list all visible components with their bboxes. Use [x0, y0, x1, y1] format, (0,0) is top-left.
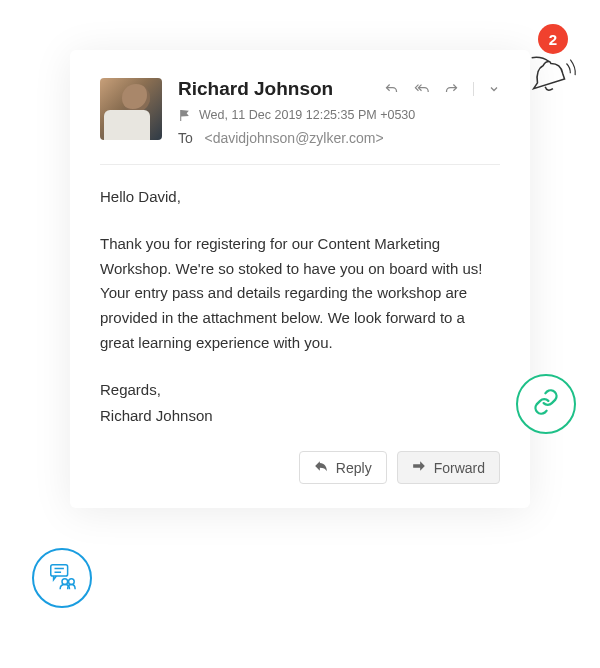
- reply-icon[interactable]: [384, 82, 399, 97]
- chat-action[interactable]: [32, 548, 92, 608]
- notification-count: 2: [549, 31, 557, 48]
- header-divider: [100, 164, 500, 165]
- recipient-address: <davidjohnson@zylker.com>: [204, 130, 383, 146]
- email-body: Hello David, Thank you for registering f…: [100, 185, 500, 429]
- chat-people-icon: [47, 561, 77, 595]
- svg-point-1: [62, 579, 68, 585]
- email-card: Richard Johnson: [70, 50, 530, 508]
- bell-icon[interactable]: [522, 50, 580, 108]
- reply-all-icon[interactable]: [413, 82, 430, 97]
- email-header: Richard Johnson: [100, 78, 500, 146]
- forward-icon[interactable]: [444, 82, 459, 97]
- notification-badge[interactable]: 2: [538, 24, 568, 54]
- forward-label: Forward: [434, 460, 485, 476]
- closing: Regards,: [100, 378, 500, 403]
- svg-point-2: [69, 579, 75, 585]
- recipient-row: To <davidjohnson@zylker.com>: [178, 130, 500, 146]
- link-action[interactable]: [516, 374, 576, 434]
- to-label: To: [178, 130, 193, 146]
- body-text: Thank you for registering for our Conten…: [100, 232, 500, 356]
- greeting: Hello David,: [100, 185, 500, 210]
- svg-rect-0: [51, 565, 68, 576]
- forward-button[interactable]: Forward: [397, 451, 500, 484]
- reply-label: Reply: [336, 460, 372, 476]
- more-menu-icon[interactable]: [488, 83, 500, 95]
- sender-name: Richard Johnson: [178, 78, 333, 100]
- signature: Richard Johnson: [100, 404, 500, 429]
- flag-icon[interactable]: [178, 109, 191, 122]
- header-actions: [384, 82, 500, 97]
- link-icon: [532, 388, 560, 420]
- avatar: [100, 78, 162, 140]
- email-meta: Wed, 11 Dec 2019 12:25:35 PM +0530: [178, 108, 500, 122]
- email-date: Wed, 11 Dec 2019 12:25:35 PM +0530: [199, 108, 415, 122]
- sender-block: Richard Johnson: [178, 78, 500, 146]
- reply-button[interactable]: Reply: [299, 451, 387, 484]
- email-actions: Reply Forward: [100, 451, 500, 484]
- forward-arrow-icon: [412, 459, 426, 476]
- reply-arrow-icon: [314, 459, 328, 476]
- divider: [473, 82, 474, 96]
